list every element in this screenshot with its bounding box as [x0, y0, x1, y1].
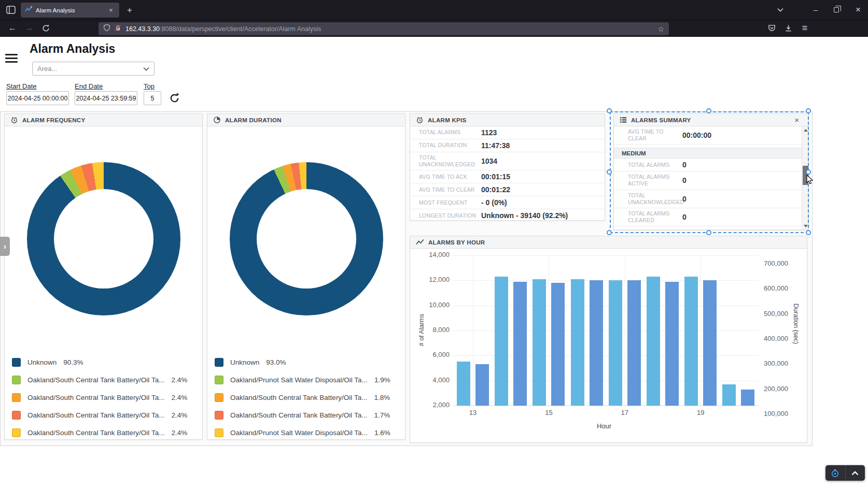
bar-alarm-count[interactable] [533, 279, 546, 406]
browser-tab[interactable]: Alarm Analysis × [21, 3, 119, 18]
bar-alarm-count[interactable] [722, 384, 736, 406]
bar-duration[interactable] [665, 282, 679, 406]
back-button[interactable]: ← [5, 21, 20, 35]
bar-alarm-count[interactable] [457, 362, 470, 406]
selection-handle[interactable] [607, 230, 612, 235]
chevron-down-icon [143, 67, 149, 71]
legend-item: Unknown93.0% [215, 353, 400, 371]
kpi-value: 0 [682, 161, 687, 169]
bar-duration[interactable] [703, 280, 717, 406]
selection-handle[interactable] [706, 230, 711, 235]
kpi-row: TOTAL DURATION11:47:38 [410, 139, 605, 152]
donut-hole [257, 189, 356, 289]
menu-hamburger-icon[interactable] [5, 54, 18, 63]
top-label: Top [144, 82, 155, 90]
scroll-down-icon[interactable] [802, 223, 809, 229]
reload-button[interactable] [38, 21, 53, 35]
gridline [549, 255, 549, 406]
window-close-button[interactable]: × [849, 0, 867, 20]
bar-duration[interactable] [551, 283, 565, 406]
kpi-value: 0 [682, 213, 687, 221]
bar-alarm-count[interactable] [571, 279, 584, 406]
y-axis-tick-label: 10,000 [412, 301, 450, 309]
legend-percent: 90.3% [63, 358, 83, 366]
selection-handle[interactable] [806, 169, 811, 175]
end-date-input[interactable] [75, 91, 137, 105]
legend-color-chip [12, 376, 21, 384]
list-all-tabs-chevron-icon[interactable] [772, 0, 789, 20]
summary-scrollbar[interactable] [802, 126, 809, 230]
alarm-frequency-legend: Unknown90.3%Oakland/South Central Tank B… [12, 353, 198, 440]
selection-handle[interactable] [706, 108, 711, 113]
right-axis-title: Duration (sec) [792, 282, 800, 365]
kpi-row: AVG TIME TO ACK00:01:15 [410, 170, 605, 183]
bar-duration[interactable] [741, 390, 754, 406]
insecure-lock-icon[interactable] [115, 24, 121, 34]
right-axis-tick-label: 100,000 [764, 410, 805, 418]
alarms-by-hour-chart[interactable]: # of Alarms Duration (sec) Hour 2,0004,0… [410, 236, 807, 443]
end-date-label: End Date [75, 82, 103, 90]
area-dropdown[interactable]: Area... [32, 62, 155, 76]
selection-handle[interactable] [607, 169, 612, 175]
legend-color-chip [215, 376, 223, 384]
start-date-input[interactable] [6, 91, 69, 105]
legend-percent: 1.7% [374, 411, 390, 419]
bar-alarm-count[interactable] [684, 277, 698, 406]
alarm-kpis-rows: TOTAL ALARMS1123TOTAL DURATION11:47:38TO… [410, 126, 605, 221]
page-title: Alarm Analysis [30, 42, 115, 56]
legend-percent: 2.4% [171, 429, 187, 437]
panel-close-icon[interactable]: × [794, 116, 799, 124]
selection-handle[interactable] [607, 108, 612, 113]
bar-duration[interactable] [590, 280, 603, 406]
bar-alarm-count[interactable] [647, 277, 660, 406]
gridline [453, 406, 759, 406]
panel-title: ALARM FREQUENCY [22, 117, 85, 123]
window-minimize-button[interactable]: – [807, 0, 824, 20]
selection-handle[interactable] [806, 230, 811, 235]
bar-alarm-count[interactable] [609, 280, 622, 406]
top-input[interactable] [144, 91, 161, 105]
legend-percent: 2.4% [171, 376, 187, 384]
pocket-icon[interactable] [764, 21, 779, 35]
legend-label: Unknown [27, 358, 57, 366]
stopwatch-icon [831, 469, 839, 478]
selection-handle[interactable] [806, 108, 811, 113]
summary-section-header: MEDIUM [614, 148, 802, 159]
window-restore-button[interactable] [828, 0, 845, 20]
x-axis-tick-label: 13 [463, 409, 483, 416]
kpi-label: TOTAL DURATION [419, 142, 477, 149]
panel-title: ALARMS SUMMARY [631, 117, 691, 123]
refresh-button[interactable] [169, 93, 180, 104]
legend-label: Oakland/Prunot Salt Water Disposal/Oil T… [230, 376, 368, 384]
downloads-icon[interactable] [781, 21, 795, 35]
right-axis-tick-label: 200,000 [764, 385, 805, 393]
shield-icon[interactable] [103, 24, 110, 34]
alarm-frequency-donut-chart[interactable] [27, 162, 180, 315]
status-clock-button[interactable] [825, 465, 845, 481]
app-menu-icon[interactable]: ≡ [797, 21, 812, 35]
legend-item: Oakland/South Central Tank Battery/Oil T… [12, 371, 198, 389]
kpi-row: LONGEST DURATIONUnknown - 39140 (92.2%) [410, 209, 605, 221]
url-bar[interactable]: 162.43.3.30:8088/data/perspective/client… [99, 22, 669, 35]
scrollbar-thumb[interactable] [803, 166, 808, 185]
panel-alarm-duration: ALARM DURATION Unknown93.0%Oakland/Pruno… [207, 113, 405, 440]
alarms-summary-rows: AVG TIME TO CLEAR00:00:00MEDIUMTOTAL ALA… [614, 126, 802, 230]
bar-duration[interactable] [513, 282, 527, 406]
bar-alarm-count[interactable] [495, 277, 508, 406]
status-expand-button[interactable] [845, 465, 865, 481]
tab-favicon-icon [25, 6, 32, 15]
new-tab-button[interactable]: + [123, 4, 136, 17]
panel-alarm-frequency: ALARM FREQUENCY Unknown90.3%Oakland/Sout… [4, 113, 203, 440]
drawer-expand-handle[interactable]: › [0, 237, 10, 256]
alarm-duration-donut-chart[interactable] [230, 162, 383, 315]
tab-close-icon[interactable]: × [107, 6, 115, 14]
scroll-up-icon[interactable] [802, 127, 809, 134]
bar-duration[interactable] [627, 280, 641, 406]
x-axis-title: Hour [568, 422, 640, 430]
firefox-view-icon[interactable] [5, 4, 17, 16]
legend-color-chip [215, 358, 223, 367]
bar-duration[interactable] [475, 364, 489, 406]
bookmark-star-icon[interactable]: ☆ [657, 25, 664, 33]
kpi-row: TOTAL ALARMS1123 [410, 126, 605, 139]
forward-button[interactable]: → [22, 21, 36, 35]
